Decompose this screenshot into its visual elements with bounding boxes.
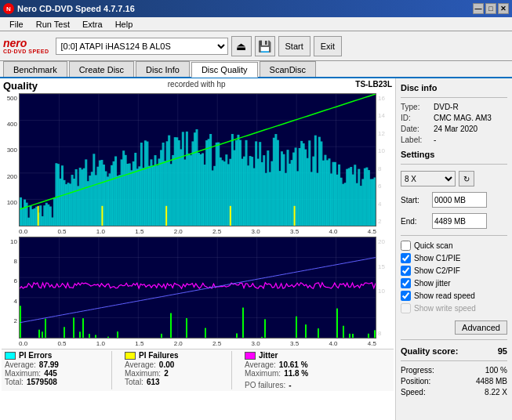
show-read-speed-checkbox[interactable] <box>401 291 411 301</box>
menu-bar: File Run Test Extra Help <box>0 17 512 31</box>
top-chart-y-left: 500 400 300 200 100 <box>2 93 19 226</box>
top-chart-x-axis: 0.00.51.01.52.02.53.03.54.04.5 <box>2 228 394 235</box>
toolbar: nero CD·DVD SPEED [0:0] ATAPI iHAS124 B … <box>0 31 512 61</box>
show-read-speed-label: Show read speed <box>414 291 475 300</box>
show-c2-pif-checkbox[interactable] <box>401 266 411 276</box>
legend-pi-errors: PI Errors Average: 87.99 Maximum: 445 To… <box>5 351 99 389</box>
bottom-chart-y-right: 20 15 10 8 <box>376 237 394 339</box>
eject-icon-btn[interactable]: ⏏ <box>231 36 252 56</box>
show-c2-pif-label: Show C2/PIF <box>414 266 460 275</box>
position-value: 4488 MB <box>476 377 507 386</box>
bottom-chart-x-axis: 0.00.51.01.52.02.53.03.54.04.5 <box>2 340 394 347</box>
quality-label: Quality <box>3 80 38 92</box>
start-button[interactable]: Start <box>278 36 310 56</box>
legend-area: PI Errors Average: 87.99 Maximum: 445 To… <box>2 349 394 391</box>
legend-jitter: Jitter Average: 10.61 % Maximum: 11.8 % … <box>245 351 339 389</box>
pi-failures-color <box>125 352 136 360</box>
show-jitter-checkbox[interactable] <box>401 278 411 288</box>
start-mb-label: Start: <box>401 196 429 205</box>
show-jitter-label: Show jitter <box>414 279 451 288</box>
quick-scan-label: Quick scan <box>414 241 452 250</box>
chart-area: Quality recorded with hp TS-LB23L 500 40… <box>0 78 396 420</box>
maximize-button[interactable]: □ <box>485 3 496 14</box>
top-chart-y-right: 16 14 12 10 8 6 4 2 <box>376 93 394 226</box>
progress-label: Progress: <box>401 366 434 375</box>
bottom-chart <box>19 237 376 339</box>
top-chart <box>19 93 376 226</box>
show-c1-pie-checkbox[interactable] <box>401 253 411 263</box>
speed-stat-value: 8.22 X <box>485 388 507 396</box>
settings-title: Settings <box>401 150 507 159</box>
disc-info-title: Disc info <box>401 83 507 92</box>
bottom-chart-y-left: 10 8 6 4 2 <box>2 237 19 339</box>
quality-score-label: Quality score: <box>401 346 458 356</box>
recorded-with: recorded with hp <box>168 80 226 92</box>
menu-run-test[interactable]: Run Test <box>30 20 76 29</box>
tab-create-disc[interactable]: Create Disc <box>69 61 134 77</box>
title-bar: N Nero CD-DVD Speed 4.7.7.16 — □ ✕ <box>0 0 512 17</box>
menu-extra[interactable]: Extra <box>76 20 109 29</box>
tab-benchmark[interactable]: Benchmark <box>3 61 67 77</box>
tab-disc-quality[interactable]: Disc Quality <box>191 62 258 78</box>
chart-header: Quality recorded with hp TS-LB23L <box>2 80 394 92</box>
legend-pi-failures: PI Failures Average: 0.00 Maximum: 2 Tot… <box>125 351 219 389</box>
show-c1-pie-label: Show C1/PIE <box>414 254 460 262</box>
menu-file[interactable]: File <box>3 20 30 29</box>
app-title: Nero CD-DVD Speed 4.7.7.16 <box>17 4 135 13</box>
save-icon-btn[interactable]: 💾 <box>255 36 275 56</box>
close-button[interactable]: ✕ <box>498 3 509 14</box>
speed-stat-label: Speed: <box>401 388 426 396</box>
quick-scan-checkbox[interactable] <box>401 241 411 251</box>
show-write-speed-label: Show write speed <box>414 304 476 313</box>
menu-help[interactable]: Help <box>109 20 140 29</box>
minimize-button[interactable]: — <box>473 3 484 14</box>
show-write-speed-checkbox <box>401 303 411 313</box>
position-label: Position: <box>401 377 430 386</box>
jitter-color <box>245 352 256 360</box>
pi-errors-color <box>5 352 16 360</box>
nero-logo: nero CD·DVD SPEED <box>3 38 49 54</box>
drive-select[interactable]: [0:0] ATAPI iHAS124 B AL0S <box>56 38 228 55</box>
refresh-icon-btn[interactable]: ↻ <box>459 171 474 186</box>
tab-scan-disc[interactable]: ScanDisc <box>260 61 316 77</box>
start-mb-input[interactable] <box>432 192 487 208</box>
side-panel: Disc info Type: DVD-R ID: CMC MAG. AM3 D… <box>396 78 512 420</box>
drive-model: TS-LB23L <box>355 80 392 92</box>
end-mb-label: End: <box>401 217 429 226</box>
main-content: Quality recorded with hp TS-LB23L 500 40… <box>0 78 512 420</box>
exit-button[interactable]: Exit <box>314 36 342 56</box>
quality-score-value: 95 <box>498 346 507 356</box>
app-icon: N <box>3 3 14 14</box>
progress-value: 100 % <box>485 366 507 375</box>
end-mb-input[interactable] <box>432 213 487 229</box>
speed-select[interactable]: 8 X 4 X 6 X 12 X Max <box>401 171 456 186</box>
advanced-button[interactable]: Advanced <box>455 320 507 335</box>
tabs-bar: Benchmark Create Disc Disc Info Disc Qua… <box>0 61 512 78</box>
tab-disc-info[interactable]: Disc Info <box>136 61 190 77</box>
